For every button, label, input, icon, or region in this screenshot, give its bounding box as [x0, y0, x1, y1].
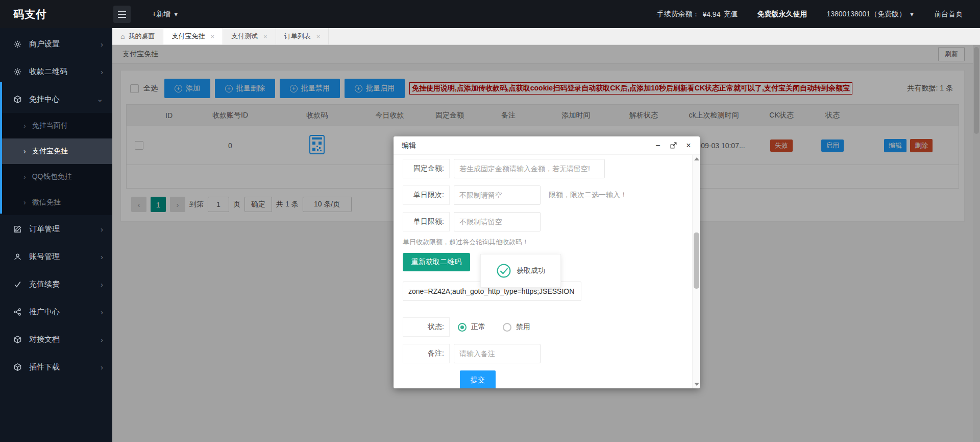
chevron-right-icon: ›	[23, 198, 26, 206]
sidebar-item-label: 商户设置	[29, 39, 101, 49]
chevron-right-icon: ›	[101, 225, 103, 234]
close-icon[interactable]: ×	[263, 33, 267, 40]
sidebar-item-api-docs[interactable]: 对接文档 ›	[0, 325, 112, 353]
sidebar-item-account-management[interactable]: 账号管理 ›	[0, 243, 112, 270]
tab-label: 支付测试	[231, 32, 258, 41]
success-check-icon	[496, 263, 511, 278]
sidebar-subitem-alipay-free[interactable]: › 支付宝免挂	[0, 138, 112, 164]
tab-payment-test[interactable]: 支付测试 ×	[223, 28, 276, 44]
chevron-down-icon: ⌄	[96, 95, 103, 104]
sidebar-item-label: 插件下载	[29, 362, 101, 372]
new-dropdown[interactable]: +新增 ▼	[152, 10, 179, 19]
refetch-qrcode-button[interactable]: 重新获取二维码	[403, 253, 470, 271]
sidebar-item-recharge-renew[interactable]: 充值续费 ›	[0, 270, 112, 298]
radio-label: 正常	[471, 322, 485, 332]
tab-alipay-free[interactable]: 支付宝免挂 ×	[163, 28, 223, 44]
chevron-right-icon: ›	[101, 67, 103, 76]
radio-disabled[interactable]: 禁用	[503, 322, 530, 332]
toast-text: 获取成功	[517, 266, 545, 275]
daily-limit-count-input[interactable]	[454, 185, 541, 205]
cube-icon	[13, 363, 22, 371]
modal-scrollbar[interactable]	[692, 155, 700, 388]
limit-hint-text: 限额，限次二选一输入！	[549, 191, 627, 200]
sidebar-subitem-wechat-free[interactable]: › 微信免挂	[0, 190, 112, 215]
chevron-right-icon: ›	[23, 173, 26, 181]
sidebar-item-label: 账号管理	[29, 252, 101, 262]
check-icon	[13, 280, 22, 289]
daily-limit-amount-input[interactable]	[454, 212, 541, 231]
status-radio-group: 正常 禁用	[458, 322, 530, 332]
chevron-right-icon: ›	[101, 363, 103, 371]
sidebar-subitem-label: 微信免挂	[32, 198, 61, 207]
status-label: 状态:	[403, 317, 450, 337]
sidebar-item-order-management[interactable]: 订单管理 ›	[0, 215, 112, 243]
app-window: 码支付 +新增 ▼ 手续费余额： ¥4.94 充值 免费版永久使用 138001…	[0, 0, 980, 442]
radio-normal[interactable]: 正常	[458, 322, 485, 332]
app-logo[interactable]: 码支付	[0, 7, 112, 21]
chevron-right-icon: ›	[101, 308, 103, 316]
sidebar-item-merchant-settings[interactable]: 商户设置 ›	[0, 30, 112, 58]
account-dropdown[interactable]: 13800138001（免费版） ▼	[826, 10, 915, 19]
sidebar-scrollbar[interactable]	[0, 82, 2, 214]
remark-label: 备注:	[403, 344, 450, 363]
fixed-amount-label: 固定金额:	[403, 159, 450, 178]
new-dropdown-label: +新增	[152, 10, 170, 19]
hamburger-menu-icon[interactable]	[113, 6, 131, 23]
daily-limit-count-label: 单日限次:	[403, 185, 450, 205]
sidebar-item-plugin-download[interactable]: 插件下载 ›	[0, 353, 112, 381]
close-icon[interactable]: ×	[316, 33, 321, 40]
topbar-right: 手续费余额： ¥4.94 充值 免费版永久使用 13800138001（免费版）…	[656, 10, 980, 19]
scroll-down-icon[interactable]	[694, 383, 699, 386]
sidebar-subitem-qq-wallet[interactable]: › QQ钱包免挂	[0, 164, 112, 190]
tab-desktop[interactable]: ⌂ 我的桌面	[112, 28, 163, 44]
maximize-icon[interactable]	[669, 142, 677, 150]
sidebar-item-promotion-center[interactable]: 推广中心 ›	[0, 298, 112, 325]
sidebar-item-label: 收款二维码	[29, 67, 101, 77]
tab-label: 订单列表	[284, 32, 311, 41]
tab-order-list[interactable]: 订单列表 ×	[276, 28, 329, 44]
submit-button[interactable]: 提交	[460, 370, 496, 388]
daily-limit-note: 单日收款限额，超过将会轮询其他收款码！	[403, 238, 692, 247]
recharge-link[interactable]: 充值	[723, 10, 738, 19]
version-text: 免费版永久使用	[757, 10, 807, 19]
radio-label: 禁用	[516, 322, 530, 332]
fixed-amount-input[interactable]	[454, 159, 605, 178]
scroll-up-icon[interactable]	[694, 157, 699, 160]
sidebar-item-free-hang-center[interactable]: 免挂中心 ⌄	[0, 85, 112, 113]
user-icon	[13, 252, 22, 261]
remark-input[interactable]	[454, 344, 541, 363]
tab-label: 支付宝免挂	[172, 32, 205, 41]
sidebar-subitem-face-pay[interactable]: › 免挂当面付	[0, 113, 112, 138]
fee-balance-label: 手续费余额：	[656, 10, 699, 19]
chevron-right-icon: ›	[23, 122, 26, 130]
chevron-down-icon: ▼	[173, 11, 179, 17]
edit-icon	[13, 225, 22, 234]
radio-unselected-icon	[503, 323, 511, 332]
modal-scrollbar-thumb[interactable]	[694, 232, 699, 289]
chevron-right-icon: ›	[101, 40, 103, 49]
chevron-right-icon: ›	[101, 280, 103, 289]
modal-title-bar: 编辑 − ×	[394, 136, 700, 155]
sidebar-subitem-label: QQ钱包免挂	[32, 172, 72, 181]
chevron-right-icon: ›	[23, 147, 26, 155]
chevron-right-icon: ›	[101, 335, 103, 344]
sidebar: 商户设置 › 收款二维码 › 免挂中心 ⌄ › 免挂当面付 › 支付宝免挂	[0, 28, 112, 442]
sidebar-item-label: 对接文档	[29, 335, 101, 344]
cube-icon	[13, 95, 22, 104]
fee-balance-value: ¥4.94	[702, 10, 720, 18]
cube-icon	[13, 335, 22, 344]
chevron-down-icon: ▼	[909, 11, 915, 17]
close-icon[interactable]: ×	[210, 33, 214, 40]
sidebar-item-payment-qrcode[interactable]: 收款二维码 ›	[0, 58, 112, 85]
front-home-link[interactable]: 前台首页	[934, 10, 963, 19]
home-icon: ⌂	[120, 32, 125, 40]
topbar: 码支付 +新增 ▼ 手续费余额： ¥4.94 充值 免费版永久使用 138001…	[0, 0, 980, 28]
sidebar-subitem-label: 免挂当面付	[32, 121, 68, 130]
minimize-icon[interactable]: −	[654, 142, 662, 150]
account-label: 13800138001（免费版）	[826, 10, 906, 19]
gear-icon	[13, 67, 22, 76]
fee-balance: 手续费余额： ¥4.94 充值	[656, 10, 738, 19]
close-icon[interactable]: ×	[684, 142, 693, 150]
chevron-right-icon: ›	[101, 252, 103, 261]
gear-icon	[13, 40, 22, 49]
